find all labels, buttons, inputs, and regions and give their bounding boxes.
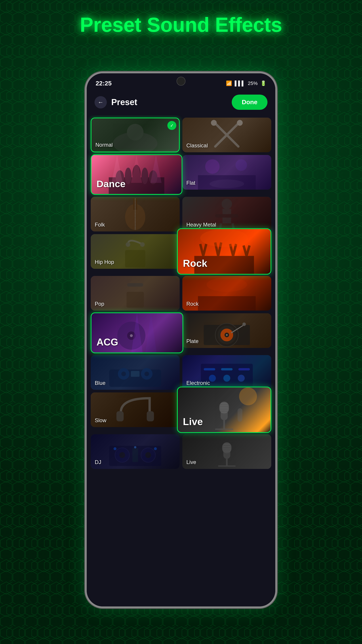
preset-electronic-label: Electronic [186, 380, 210, 386]
app-header: ← Preset Done [87, 89, 275, 116]
status-icons: 📶 ▌▌▌ 25% 🔋 [226, 80, 266, 86]
svg-point-5 [237, 120, 243, 126]
preset-blue[interactable]: Blue [91, 355, 180, 390]
svg-rect-45 [198, 296, 256, 310]
preset-plate-label: Plate [186, 338, 199, 344]
screen-title: Preset [111, 98, 137, 107]
preset-live-large-label: Live [183, 416, 203, 428]
svg-rect-65 [131, 371, 140, 377]
svg-rect-44 [126, 292, 144, 308]
preset-hiphop[interactable]: Hip Hop [91, 234, 180, 269]
preset-plate[interactable]: Plate [182, 313, 271, 348]
svg-point-94 [154, 447, 157, 450]
svg-rect-76 [219, 402, 229, 414]
svg-point-30 [126, 242, 130, 247]
preset-live2[interactable]: Live [182, 434, 271, 469]
preset-flat-label: Flat [186, 180, 195, 186]
svg-marker-51 [145, 313, 157, 353]
svg-point-17 [236, 159, 247, 171]
svg-rect-82 [223, 420, 225, 429]
done-button[interactable]: Done [232, 94, 268, 110]
svg-rect-67 [204, 368, 215, 370]
svg-rect-73 [116, 411, 124, 421]
svg-point-71 [223, 375, 230, 382]
preset-dance-label: Dance [96, 178, 126, 189]
svg-point-4 [211, 120, 217, 126]
svg-point-72 [238, 375, 245, 382]
preset-electronic[interactable]: Electronic [182, 355, 271, 390]
svg-point-64 [144, 372, 149, 376]
svg-point-90 [145, 452, 151, 458]
preset-slow[interactable]: Slow [91, 392, 180, 427]
svg-rect-85 [238, 408, 242, 422]
preset-dj[interactable]: DJ [91, 434, 180, 469]
battery-indicator: 25% [248, 80, 258, 86]
preset-rock-large-label: Rock [183, 258, 207, 269]
preset-rock[interactable]: Rock [182, 276, 271, 310]
header-left: ← Preset [94, 96, 137, 108]
preset-slow-label: Slow [95, 417, 106, 424]
preset-heavymetal[interactable]: Heavy Metal [182, 197, 271, 232]
svg-line-40 [247, 246, 249, 256]
svg-point-57 [226, 334, 228, 336]
svg-point-31 [140, 242, 145, 247]
svg-point-49 [130, 334, 133, 337]
battery-icon: 🔋 [260, 80, 266, 86]
svg-rect-43 [127, 283, 143, 287]
signal-icon: ▌▌▌ [235, 80, 245, 86]
preset-dance[interactable]: Dance [91, 154, 182, 194]
page-title: Preset Sound Effects [80, 14, 282, 36]
camera-notch [177, 77, 185, 86]
status-time: 22:25 [96, 80, 112, 87]
svg-line-34 [203, 244, 206, 256]
svg-point-88 [119, 452, 125, 458]
svg-point-8 [125, 168, 132, 184]
svg-marker-14 [150, 155, 162, 183]
preset-acg-label: ACG [96, 337, 118, 348]
svg-point-62 [121, 372, 126, 376]
svg-rect-74 [147, 411, 154, 421]
svg-point-18 [210, 180, 244, 188]
preset-pop-label: Pop [95, 301, 104, 307]
svg-rect-91 [132, 448, 138, 462]
preset-heavymetal-label: Heavy Metal [186, 222, 216, 228]
svg-rect-25 [215, 214, 238, 218]
svg-point-1 [127, 124, 144, 141]
back-icon: ← [98, 99, 104, 106]
preset-rock-large[interactable]: Rock [177, 228, 271, 274]
svg-point-46 [207, 277, 247, 292]
svg-rect-68 [221, 368, 233, 370]
svg-rect-101 [226, 459, 228, 466]
preset-live-large[interactable]: Live [177, 386, 271, 433]
svg-point-93 [134, 446, 136, 448]
svg-rect-69 [238, 368, 250, 370]
preset-hiphop-label: Hip Hop [95, 259, 114, 265]
preset-normal[interactable]: Normal ✓ [91, 118, 180, 152]
preset-rock-label: Rock [186, 301, 199, 307]
selected-checkmark: ✓ [167, 121, 176, 130]
preset-pop[interactable]: Pop [91, 276, 180, 310]
back-button[interactable]: ← [94, 96, 107, 108]
preset-flat-bg [182, 155, 271, 190]
svg-point-92 [113, 447, 116, 450]
preset-folk[interactable]: Folk [91, 197, 180, 232]
svg-point-59 [242, 322, 246, 326]
preset-live2-label: Live [186, 459, 196, 465]
preset-classical[interactable]: Classical [182, 118, 271, 152]
svg-rect-29 [125, 250, 145, 268]
svg-point-70 [209, 375, 216, 382]
phone-container: 22:25 📶 ▌▌▌ 25% 🔋 ← Preset Done [85, 72, 277, 608]
svg-marker-13 [131, 155, 142, 183]
svg-point-23 [222, 199, 232, 209]
svg-point-41 [200, 229, 248, 247]
svg-rect-96 [222, 442, 231, 453]
preset-normal-label: Normal [95, 142, 113, 148]
svg-point-84 [239, 387, 257, 405]
preset-dj-label: DJ [95, 459, 101, 465]
preset-dj-bg [91, 434, 180, 469]
preset-acg[interactable]: ACG [91, 312, 183, 353]
wifi-icon: 📶 [226, 80, 232, 86]
preset-blue-label: Blue [95, 380, 105, 386]
preset-folk-label: Folk [95, 222, 105, 228]
preset-flat[interactable]: Flat [182, 155, 271, 190]
